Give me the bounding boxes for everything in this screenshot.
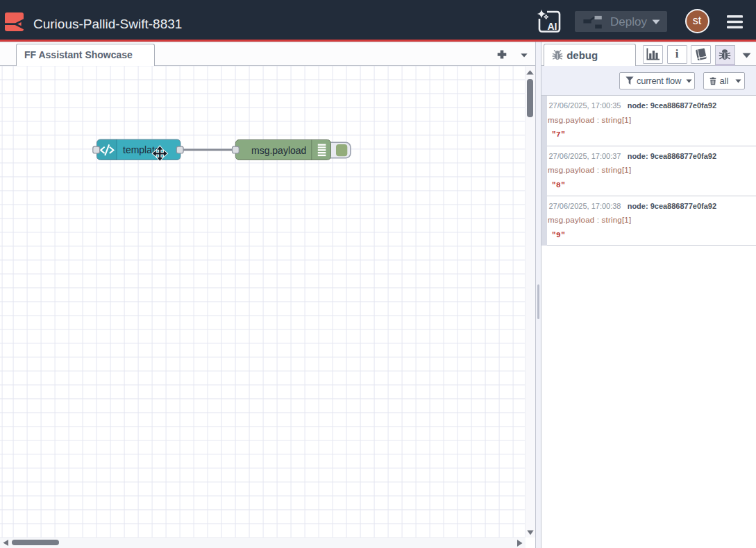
svg-text:msg.payload: msg.payload <box>251 145 306 156</box>
svg-text:AI: AI <box>548 21 557 32</box>
